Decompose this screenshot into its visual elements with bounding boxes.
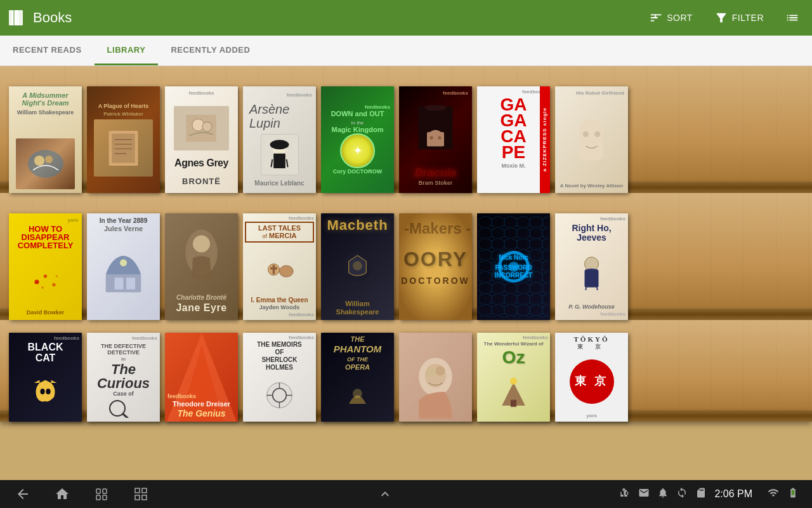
shelf-2: yara HOW TODISAPPEARCOMPLETELY David Bow… — [0, 193, 812, 320]
settings-sync-icon — [676, 487, 688, 501]
toolbar-actions: SORT FILTER — [644, 8, 804, 27]
svg-point-50 — [46, 389, 50, 394]
svg-rect-70 — [103, 489, 107, 493]
svg-point-66 — [436, 366, 445, 376]
book-portrait[interactable] — [399, 333, 472, 422]
book-sherlock-memoirs[interactable]: feedbooks THE MEMOIRSOFSHERLOCKHOLMES — [243, 333, 316, 422]
recents-button[interactable] — [91, 484, 112, 504]
svg-point-10 — [192, 119, 204, 131]
book-dreiser-genius[interactable]: feedbooks Theodore Dreiser The Genius — [165, 333, 238, 422]
svg-rect-71 — [96, 495, 100, 500]
svg-rect-8 — [112, 133, 135, 163]
svg-point-24 — [44, 275, 47, 278]
svg-rect-74 — [142, 488, 147, 493]
book-agnes[interactable]: feedbooks Agnes Grey BRONTË — [165, 86, 238, 193]
svg-point-23 — [34, 280, 39, 284]
sd-card-icon — [695, 487, 707, 501]
top-bar: Books SORT FILTER — [0, 0, 812, 36]
svg-rect-13 — [273, 154, 285, 168]
svg-point-62 — [353, 389, 362, 398]
book-right-ho-jeeves[interactable]: feedbooks Right Ho,Jeeves P. G. Wodehous… — [555, 213, 628, 320]
filter-button[interactable]: FILTER — [709, 8, 769, 27]
back-button[interactable] — [13, 484, 33, 504]
svg-point-39 — [353, 261, 362, 271]
book-password-incorrect[interactable]: Nick Norc PASSWORDINCORRECT — [477, 213, 550, 320]
status-area: 2:06 PM — [619, 487, 799, 501]
shelf-3: feedbooks BLACKCAT feedbooks The Defecti… — [0, 320, 812, 422]
book-down-out[interactable]: feedbooks DOWN and OUTin theMagic Kingdo… — [321, 86, 394, 193]
svg-point-67 — [510, 378, 517, 385]
svg-line-16 — [286, 159, 287, 167]
svg-point-37 — [280, 265, 294, 277]
book-year-2889[interactable]: In the Year 2889 Jules Verne — [87, 213, 160, 320]
book-black-cat[interactable]: feedbooks BLACKCAT — [9, 333, 82, 422]
sort-button[interactable]: SORT — [644, 8, 698, 27]
svg-rect-2 — [14, 10, 23, 25]
tab-library[interactable]: LIBRARY — [95, 36, 159, 65]
book-wizard-oz[interactable]: feedbooks The Wonderful Wizard of Oz — [477, 333, 550, 422]
mail-icon — [638, 487, 650, 501]
svg-point-65 — [426, 367, 436, 377]
svg-point-11 — [202, 122, 212, 131]
svg-point-14 — [270, 140, 289, 149]
svg-line-15 — [271, 159, 272, 167]
nav-right-status: 2:06 PM — [619, 487, 799, 501]
svg-rect-36 — [270, 267, 277, 269]
book-tokyo[interactable]: TŌKYŌ 東 京 東 京 yara — [555, 333, 628, 422]
logo-area: Books — [8, 8, 644, 28]
book-robot-girlfriend[interactable]: His Robot Girlfriend A Novel by Wesley A… — [555, 86, 628, 193]
tab-recent-reads[interactable]: RECENT READS — [0, 36, 95, 65]
svg-rect-29 — [115, 277, 124, 290]
svg-point-5 — [34, 156, 44, 166]
notification-icon — [657, 487, 669, 501]
svg-rect-30 — [126, 277, 135, 290]
wifi-icon — [768, 487, 779, 501]
nav-left-controls — [13, 484, 151, 504]
filter-label: FILTER — [732, 13, 764, 23]
book-dracula[interactable]: feedbooks Dracula Bram Stoker — [399, 86, 472, 193]
svg-point-4 — [28, 150, 63, 178]
app-title: Books — [33, 10, 72, 26]
tab-recently-added[interactable]: RECENTLY ADDED — [158, 36, 263, 65]
app-logo-icon — [8, 8, 28, 28]
svg-rect-75 — [135, 495, 140, 500]
svg-point-22 — [594, 131, 600, 137]
svg-rect-18 — [427, 132, 444, 147]
book-makers[interactable]: OORY DOCTOROW -Makers - — [399, 213, 472, 320]
book-disappear[interactable]: yara HOW TODISAPPEARCOMPLETELY David Bow… — [9, 213, 82, 320]
bookshelves-area: A MidsummerNight's Dream William Shakesp… — [0, 66, 812, 480]
svg-rect-77 — [792, 490, 795, 495]
book-last-tales[interactable]: feedbooks LAST TALESof MERCIA I. Emma th… — [243, 213, 316, 320]
home-button[interactable] — [52, 484, 72, 504]
svg-rect-72 — [103, 495, 107, 500]
book-phantom-opera[interactable]: Thephantomof theOPERA — [321, 333, 394, 422]
svg-rect-68 — [511, 400, 516, 407]
book-defective-detective[interactable]: feedbooks The Defective Detective in The… — [87, 333, 160, 422]
sort-label: SORT — [667, 13, 693, 23]
svg-point-51 — [110, 401, 125, 416]
svg-rect-73 — [135, 488, 140, 493]
svg-point-26 — [41, 287, 44, 290]
nav-center-controls — [375, 484, 395, 504]
svg-point-19 — [430, 136, 433, 139]
list-view-button[interactable] — [780, 8, 804, 27]
svg-line-52 — [123, 414, 133, 418]
svg-rect-76 — [142, 495, 147, 500]
svg-rect-69 — [96, 489, 100, 493]
book-midsummer[interactable]: A MidsummerNight's Dream William Shakesp… — [9, 86, 82, 193]
svg-point-25 — [52, 283, 55, 286]
book-gaga-cape[interactable]: feedbooks GAGA CAPE a ZIZEKPRESS single … — [477, 86, 550, 193]
book-macbeth[interactable]: Macbeth William Shakespeare — [321, 213, 394, 320]
book-jane-eyre[interactable]: Charlotte Brontë Jane Eyre — [165, 213, 238, 320]
svg-point-27 — [56, 276, 58, 278]
battery-icon — [787, 487, 799, 501]
book-arsene[interactable]: feedbooks ArsèneLupin Maurice Leblanc — [243, 86, 316, 193]
svg-point-49 — [40, 389, 44, 394]
grid-button[interactable] — [131, 484, 151, 504]
book-plague[interactable]: A Plague of Hearts Patrick Whitaker — [87, 86, 160, 193]
svg-point-31 — [120, 259, 127, 266]
svg-point-20 — [438, 136, 441, 139]
chevron-up-button[interactable] — [375, 484, 395, 504]
bottom-navigation: 2:06 PM — [0, 480, 812, 508]
svg-point-33 — [193, 236, 210, 253]
